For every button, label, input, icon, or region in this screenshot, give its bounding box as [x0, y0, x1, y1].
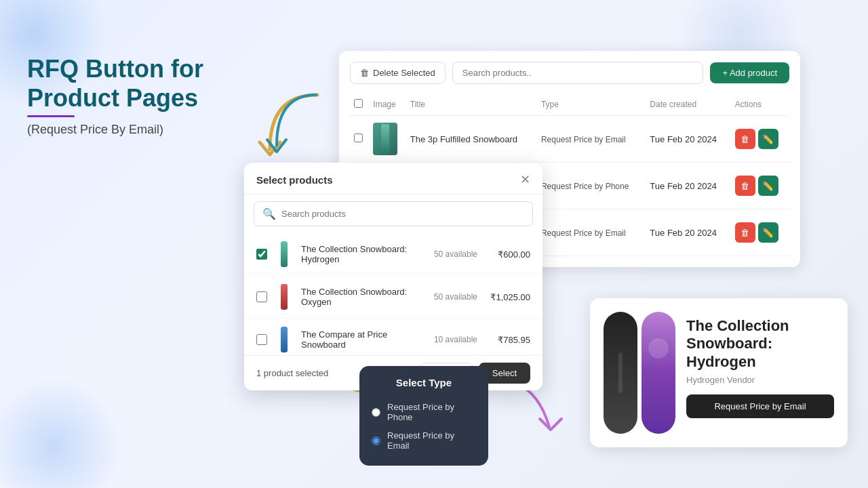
- radio-option-email: Request Price by Email: [372, 426, 476, 455]
- page-title-line2: Product Pages: [27, 83, 244, 113]
- product-date-1: Tue Feb 20 2024: [646, 116, 730, 163]
- card-snowboard-black: [604, 312, 637, 434]
- edit-row-1-button[interactable]: ✏️: [758, 129, 778, 149]
- col-image: Image: [369, 94, 406, 116]
- select-type-panel: Select Type Request Price by Phone Reque…: [359, 366, 488, 466]
- modal-close-button[interactable]: ✕: [520, 172, 530, 187]
- search-icon: 🔍: [262, 207, 276, 220]
- col-checkbox: [350, 94, 369, 116]
- delete-row-1-button[interactable]: 🗑: [735, 129, 755, 149]
- panel-header: 🗑 Delete Selected + Add product: [350, 62, 789, 84]
- page-subtitle: (Request Price By Email): [27, 123, 244, 137]
- product-type-3: Request Price by Email: [541, 228, 626, 238]
- modal-header: Select products ✕: [244, 163, 542, 195]
- title-underline: [27, 115, 75, 117]
- modal-item-checkbox-1[interactable]: [256, 291, 267, 302]
- list-item: The Collection Snowboard: Oxygen 50 avai…: [244, 276, 542, 319]
- card-images: [604, 312, 675, 434]
- product-title-1: The 3p Fulfilled Snowboard: [406, 116, 537, 163]
- modal-item-checkbox-0[interactable]: [256, 249, 267, 260]
- col-type: Type: [537, 94, 646, 116]
- card-vendor: Hydrogen Vendor: [686, 375, 834, 385]
- trash-icon: 🗑: [360, 68, 369, 78]
- modal-item-name-1: The Collection Snowboard: Oxygen: [301, 287, 427, 307]
- list-item: The Compare at Price Snowboard 10 availa…: [244, 319, 542, 355]
- modal-item-avail-2: 10 available: [434, 335, 477, 344]
- add-product-label: + Add product: [722, 68, 777, 78]
- row-actions-3: 🗑 ✏️: [735, 222, 785, 243]
- modal-item-checkbox-2[interactable]: [256, 334, 267, 345]
- radio-phone[interactable]: [372, 408, 380, 417]
- product-date-2: Tue Feb 20 2024: [646, 163, 730, 209]
- row-actions-1: 🗑 ✏️: [735, 129, 785, 149]
- modal-count-label: 1 product selected: [256, 368, 328, 378]
- list-item: The Collection Snowboard: Hydrogen 50 av…: [244, 233, 542, 276]
- modal-item-price-0: ₹600.00: [490, 249, 530, 260]
- modal-item-name-0: The Collection Snowboard: Hydrogen: [301, 244, 427, 264]
- modal-search-bar[interactable]: 🔍: [254, 201, 533, 226]
- modal-item-price-1: ₹1,025.00: [490, 292, 530, 302]
- page-title-line1: RFQ Button for: [27, 54, 244, 83]
- select-all-checkbox[interactable]: [354, 99, 363, 108]
- modal-title: Select products: [256, 174, 333, 186]
- select-products-modal: Select products ✕ 🔍 The Collection Snowb…: [244, 163, 542, 390]
- modal-item-avail-1: 50 available: [434, 292, 477, 302]
- product-card: The Collection Snowboard: Hydrogen Hydro…: [590, 298, 848, 447]
- modal-item-image-1: [274, 283, 294, 311]
- col-actions: Actions: [731, 94, 789, 116]
- arrow-decoration-1: [243, 81, 331, 169]
- product-image-1: [373, 123, 397, 155]
- delete-row-3-button[interactable]: 🗑: [735, 222, 755, 243]
- modal-item-name-2: The Compare at Price Snowboard: [301, 329, 427, 350]
- modal-item-image-2: [274, 325, 294, 354]
- product-date-3: Tue Feb 20 2024: [646, 209, 730, 256]
- modal-item-image-0: [274, 240, 294, 268]
- delete-selected-button[interactable]: 🗑 Delete Selected: [350, 62, 446, 84]
- modal-product-list: The Collection Snowboard: Hydrogen 50 av…: [244, 233, 542, 355]
- select-type-title: Select Type: [372, 377, 476, 388]
- radio-option-phone: Request Price by Phone: [372, 398, 476, 426]
- radio-phone-label: Request Price by Phone: [387, 402, 476, 422]
- product-search-input[interactable]: [452, 62, 704, 84]
- product-type-1: Request Price by Email: [541, 135, 626, 144]
- card-rfq-button[interactable]: Request Price by Email: [686, 394, 834, 418]
- edit-row-2-button[interactable]: ✏️: [758, 176, 778, 196]
- radio-email[interactable]: [372, 436, 380, 445]
- card-info: The Collection Snowboard: Hydrogen Hydro…: [686, 312, 834, 434]
- col-date: Date created: [646, 94, 730, 116]
- delete-btn-label: Delete Selected: [373, 68, 435, 78]
- title-section: RFQ Button for Product Pages (Request Pr…: [27, 54, 244, 137]
- card-snowboard-purple: [642, 312, 675, 434]
- col-title: Title: [406, 94, 537, 116]
- table-row: The 3p Fulfilled Snowboard Request Price…: [350, 116, 789, 163]
- radio-email-label: Request Price by Email: [387, 430, 476, 451]
- modal-search-input[interactable]: [281, 209, 524, 219]
- modal-item-price-2: ₹785.95: [490, 335, 530, 345]
- product-type-2: Request Price by Phone: [541, 182, 629, 191]
- edit-row-3-button[interactable]: ✏️: [758, 222, 778, 243]
- modal-item-avail-0: 50 available: [434, 249, 477, 259]
- row-actions-2: 🗑 ✏️: [735, 176, 785, 196]
- bg-blob-bottomleft: [0, 380, 122, 488]
- delete-row-2-button[interactable]: 🗑: [735, 176, 755, 196]
- card-product-title: The Collection Snowboard: Hydrogen: [686, 317, 834, 371]
- add-product-button[interactable]: + Add product: [710, 62, 789, 83]
- row-checkbox-1[interactable]: [354, 134, 363, 142]
